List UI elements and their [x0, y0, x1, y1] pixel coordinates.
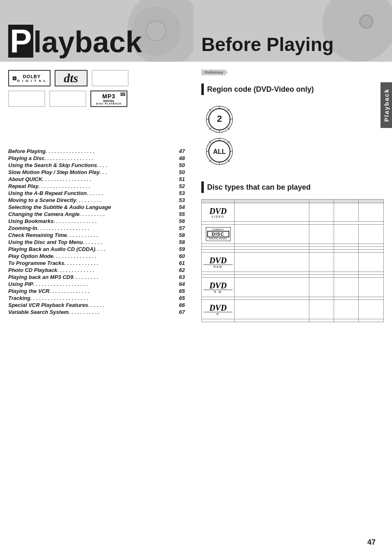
toc-page-num: 66	[179, 302, 185, 308]
toc-item: Check Remaining Time . . . . . . . . . .…	[8, 232, 185, 238]
toc-label: Playing Back an Audio CD (CDDA)	[8, 246, 95, 252]
toc-page-num: 59	[179, 246, 185, 252]
region-icons: 2	[205, 105, 380, 133]
toc-label: Zooming-In	[8, 225, 37, 231]
toc-item: Playing the VCR . . . . . . . . . . . . …	[8, 288, 185, 294]
toc-label: Before Playing	[8, 148, 46, 154]
disc-row-dvd-video: DVD VIDEO	[202, 203, 383, 222]
toc-item: Using the A-B Repeat Function . . . . . …	[8, 190, 185, 196]
disc-section-title: Disc types that can be played	[207, 183, 311, 192]
playback-header: Playback	[0, 0, 193, 62]
toc-label: To Programme Tracks	[8, 260, 65, 266]
disc-row-dvd-ram: DVD RAM	[202, 253, 383, 272]
toc-dots: . . . . . . . . . . . . . . . . . .	[37, 225, 178, 231]
disc-row-dvd-video-2	[202, 222, 383, 225]
toc-dots: . . . . . . . . .	[76, 197, 177, 203]
toc-label: Slow Motion Play / Step Motion Play	[8, 169, 99, 175]
region-section-header: Region code (DVD-Video only)	[193, 79, 392, 99]
region-2-icon: 2	[205, 105, 233, 133]
toc-item: Using PIP . . . . . . . . . . . . . . . …	[8, 281, 185, 287]
mp3-logo: MP3 DIGITAL DISC PLAYBACK	[90, 91, 127, 107]
toc-item: Moving to a Scene Directly . . . . . . .…	[8, 197, 185, 203]
preliminary-section: Preliminary	[201, 68, 384, 75]
toc-page-num: 63	[179, 274, 185, 280]
toc-dots: . . . . . . . . . . . . . .	[49, 288, 177, 294]
logos-row-1: ⧈ DOLBY D I G I T A L dts	[8, 70, 185, 86]
toc-label: Tracking	[8, 295, 30, 301]
toc-label: Photo CD Playback	[8, 267, 57, 273]
toc-item: Variable Search System . . . . . . . . .…	[8, 309, 185, 315]
toc-page-num: 64	[179, 281, 185, 287]
toc-dots: . . . . . . . . . . . .	[65, 260, 178, 266]
toc-page-num: 57	[179, 225, 185, 231]
toc-dots: . . . . . . . . . . .	[69, 309, 178, 315]
toc-page-num: 54	[179, 204, 185, 210]
toc-page-num: 60	[179, 253, 185, 259]
toc-dots: . . . . . . . . . . . . . . . . .	[44, 155, 177, 161]
toc-item: Changing the Camera Angle . . . . . . . …	[8, 211, 185, 217]
page-number: 47	[367, 538, 376, 547]
toc-label: Check Remaining Time	[8, 232, 67, 238]
toc-page-num: 52	[179, 183, 185, 189]
toc-item: Selecting the Subtitle & Audio Language …	[8, 204, 185, 210]
section-bar-region	[201, 84, 204, 95]
toc-item: To Programme Tracks . . . . . . . . . . …	[8, 260, 185, 266]
disc-section-header: Disc types that can be played	[193, 177, 392, 197]
toc-label: Using the Search & Skip Functions	[8, 162, 97, 168]
toc-item: Using Bookmarks . . . . . . . . . . . . …	[8, 218, 185, 224]
section-bar-disc	[201, 181, 204, 193]
toc-page-num: 61	[179, 260, 185, 266]
before-playing-header: Before Playing	[193, 0, 392, 62]
preliminary-badge: Preliminary	[201, 70, 228, 75]
toc-page-num: 50	[179, 162, 185, 168]
toc-page-num: 65	[179, 288, 185, 294]
toc-item: Playing back an MP3 CD9 . . . . . . . . …	[8, 274, 185, 280]
toc-page-num: 53	[179, 197, 185, 203]
logos-section: ⧈ DOLBY D I G I T A L dts MP3 DIGITAL	[0, 62, 193, 115]
svg-text:2: 2	[217, 114, 222, 124]
toc-item: Special VCR Playback Features . . . . . …	[8, 302, 185, 308]
toc-dots: . . . . . . . . . . . . . . . . .	[46, 148, 178, 154]
dolby-logo: ⧈ DOLBY D I G I T A L	[8, 70, 51, 86]
disc-row-vcd	[202, 244, 383, 247]
toc-label: About QUICK	[8, 176, 42, 182]
toc-dots: . . . . . . . . . . . . . . .	[54, 218, 178, 224]
toc-label: Repeat Play	[8, 183, 39, 189]
playback-sidebar-label: Playback	[380, 82, 392, 128]
toc-item: Using the Disc and Top Menu . . . . . . …	[8, 239, 185, 245]
toc-label: Selecting the Subtitle & Audio Language	[8, 204, 111, 210]
logos-row-2: MP3 DIGITAL DISC PLAYBACK	[8, 91, 185, 107]
svg-text:ALL: ALL	[213, 148, 226, 155]
toc-page-num: 56	[179, 218, 185, 224]
disc-table: DVD VIDEO COMPACT DISC DIGITAL AUDIO	[201, 199, 384, 322]
toc-dots: . . . . . . . . . . . . . . . . . .	[39, 183, 178, 189]
toc-dots: . . . . . . . . . . . . . . . . . . . .	[30, 295, 178, 301]
toc-label: Using Bookmarks	[8, 218, 54, 224]
toc-label: Using the A-B Repeat Function	[8, 190, 87, 196]
toc-item: Playing Back an Audio CD (CDDA) . . . .5…	[8, 246, 185, 252]
toc-item: Before Playing . . . . . . . . . . . . .…	[8, 148, 185, 154]
toc-page-num: 67	[179, 309, 185, 315]
toc-label: Variable Search System	[8, 309, 69, 315]
disc-row-dvd-r: DVD R	[202, 300, 383, 319]
toc-item: Repeat Play . . . . . . . . . . . . . . …	[8, 183, 185, 189]
playback-p: P	[8, 25, 33, 58]
toc-item: Photo CD Playback . . . . . . . . . . . …	[8, 267, 185, 273]
disc-row-dvd-ram-3	[202, 275, 383, 278]
toc-label: Play Option Mode	[8, 253, 53, 259]
region-section-title: Region code (DVD-Video only)	[207, 85, 314, 94]
toc-item: Slow Motion Play / Step Motion Play . . …	[8, 169, 185, 175]
disc-hole	[359, 14, 374, 29]
toc-page-num: 47	[179, 148, 185, 154]
toc-dots: . . . . . . . . .	[80, 211, 178, 217]
toc-dots: . . . . . .	[87, 190, 178, 196]
disc-row-dvd-rw-2	[202, 297, 383, 300]
before-playing-title: Before Playing	[201, 33, 334, 56]
toc-dots: . . . . . . .	[83, 239, 178, 245]
toc-label: Using the Disc and Top Menu	[8, 239, 83, 245]
toc-label: Using PIP	[8, 281, 33, 287]
toc-dots: . . . .	[97, 162, 178, 168]
disc-table-header	[202, 200, 383, 203]
toc-page-num: 65	[179, 295, 185, 301]
toc-label: Playing a Disc	[8, 155, 44, 161]
